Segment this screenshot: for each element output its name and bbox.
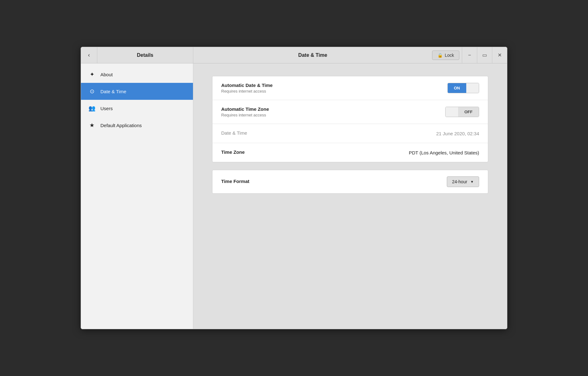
chevron-down-icon: ▼ [470, 180, 474, 184]
close-icon: ✕ [498, 52, 502, 58]
row-title: Automatic Time Zone [221, 106, 445, 112]
row-auto-timezone: Automatic Time Zone Requires internet ac… [212, 100, 488, 124]
section-title-area: Details [97, 47, 193, 63]
row-date-time-value: Date & Time 21 June 2020, 02:34 [212, 124, 488, 143]
sidebar-item-date-time[interactable]: ⊙ Date & Time [81, 83, 193, 100]
time-format-value: 24-hour [452, 179, 467, 184]
toggle-on-inactive [446, 107, 458, 117]
sidebar-item-about[interactable]: ✦ About [81, 66, 193, 83]
window-controls: − ▭ ✕ [462, 47, 507, 63]
settings-card-2: Time Format 24-hour ▼ [212, 170, 488, 194]
sidebar-item-users[interactable]: 👥 Users [81, 100, 193, 117]
row-info: Time Zone [221, 149, 409, 156]
sidebar-item-label: About [100, 72, 113, 77]
timezone-value: PDT (Los Angeles, United States) [409, 150, 479, 155]
date-time-icon: ⊙ [88, 88, 95, 95]
row-subtitle: Requires internet access [221, 89, 447, 94]
row-info: Automatic Time Zone Requires internet ac… [221, 106, 445, 117]
lock-icon: 🔒 [437, 53, 443, 58]
time-format-dropdown[interactable]: 24-hour ▼ [447, 176, 479, 187]
window-title-area: Date & Time [193, 52, 432, 58]
back-button[interactable]: ‹ [81, 47, 97, 63]
lock-label: Lock [445, 53, 454, 58]
date-time-value: 21 June 2020, 02:34 [436, 131, 479, 136]
row-title: Time Format [221, 179, 447, 184]
row-auto-date-time: Automatic Date & Time Requires internet … [212, 76, 488, 100]
toggle-off-label: OFF [458, 107, 479, 117]
row-time-format: Time Format 24-hour ▼ [212, 170, 488, 193]
content-area: Automatic Date & Time Requires internet … [193, 63, 507, 329]
toggle-off-slot [466, 83, 479, 93]
settings-card-1: Automatic Date & Time Requires internet … [212, 76, 488, 162]
row-title: Date & Time [221, 130, 436, 136]
sidebar-item-default-apps[interactable]: ★ Default Applications [81, 117, 193, 134]
app-window: ‹ Details Date & Time 🔒 Lock − ▭ ✕ [81, 47, 507, 329]
minimize-icon: − [468, 52, 471, 58]
row-title: Time Zone [221, 149, 409, 155]
section-title: Details [137, 52, 153, 58]
sidebar: ✦ About ⊙ Date & Time 👥 Users ★ Default … [81, 63, 193, 329]
row-subtitle: Requires internet access [221, 113, 445, 117]
maximize-button[interactable]: ▭ [477, 47, 492, 63]
minimize-button[interactable]: − [462, 47, 477, 63]
users-icon: 👥 [88, 105, 95, 112]
lock-button[interactable]: 🔒 Lock [432, 51, 459, 60]
sidebar-item-label: Users [100, 106, 113, 111]
about-icon: ✦ [88, 71, 95, 78]
window-title: Date & Time [298, 52, 327, 58]
row-info: Date & Time [221, 130, 436, 137]
default-apps-icon: ★ [88, 122, 95, 129]
row-title: Automatic Date & Time [221, 83, 447, 88]
sidebar-item-label: Date & Time [100, 89, 126, 94]
toggle-on-label: ON [448, 83, 467, 93]
auto-date-time-toggle[interactable]: ON [447, 83, 479, 93]
sidebar-item-label: Default Applications [100, 123, 142, 128]
row-info: Time Format [221, 179, 447, 185]
titlebar: ‹ Details Date & Time 🔒 Lock − ▭ ✕ [81, 47, 507, 63]
row-info: Automatic Date & Time Requires internet … [221, 83, 447, 94]
maximize-icon: ▭ [482, 52, 487, 58]
main-area: ✦ About ⊙ Date & Time 👥 Users ★ Default … [81, 63, 507, 329]
close-button[interactable]: ✕ [492, 47, 507, 63]
back-icon: ‹ [88, 52, 90, 58]
row-timezone: Time Zone PDT (Los Angeles, United State… [212, 143, 488, 162]
auto-timezone-toggle[interactable]: OFF [445, 107, 479, 117]
